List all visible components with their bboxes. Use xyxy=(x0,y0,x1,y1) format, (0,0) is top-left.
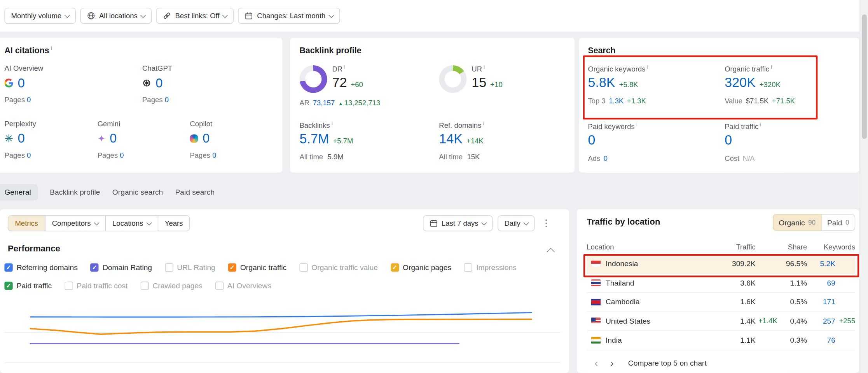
ai-metric-label: Copilot xyxy=(190,120,300,128)
organic-traffic-label: Organic traffic xyxy=(725,65,769,73)
checkbox-box: ✓ xyxy=(391,263,399,271)
keywords-link[interactable]: 76 xyxy=(827,336,835,344)
ref-domains-change: +14K xyxy=(466,137,484,145)
paid-traffic-value[interactable]: 0 xyxy=(725,132,732,148)
checkbox-domain-rating[interactable]: ✓Domain Rating xyxy=(91,262,152,272)
checkbox-crawled-pages[interactable]: ✓Crawled pages xyxy=(140,281,203,291)
traffic-value: 3.6K xyxy=(740,279,756,287)
flag-united-states-icon xyxy=(591,318,601,324)
changes-filter[interactable]: Changes: Last month xyxy=(238,8,340,24)
checkbox-organic-traffic-value[interactable]: ✓Organic traffic value xyxy=(299,262,378,272)
paid-toggle-button[interactable]: Paid0 xyxy=(821,214,855,231)
ref-domains-label: Ref. domains xyxy=(439,121,481,129)
chatgpt-icon xyxy=(142,78,151,87)
checkbox-organic-pages[interactable]: ✓Organic pages xyxy=(391,262,451,272)
flag-thailand-icon xyxy=(591,280,601,286)
chevron-down-icon xyxy=(94,220,99,225)
ur-value: 15 xyxy=(472,75,486,91)
table-row-india[interactable]: India 1.1K 0.3% 76 xyxy=(587,331,856,350)
pages-count-link[interactable]: 0 xyxy=(165,96,169,104)
organic-count-badge: 90 xyxy=(808,219,816,227)
years-button[interactable]: Years xyxy=(157,215,190,231)
tab-general[interactable]: General xyxy=(0,184,38,200)
backlink-profile-title: Backlink profile xyxy=(299,45,361,55)
prev-page-icon[interactable]: ‹ xyxy=(591,358,601,368)
dr-donut xyxy=(299,65,327,93)
date-range-button[interactable]: Last 7 days xyxy=(423,215,493,231)
ads-count-link[interactable]: 0 xyxy=(604,155,608,163)
locations-button[interactable]: Locations xyxy=(105,215,158,231)
ai-metric-value[interactable]: 0 xyxy=(18,75,25,90)
next-page-icon[interactable]: › xyxy=(607,358,617,368)
best-links-label: Best links: Off xyxy=(175,12,220,20)
pages-label: Pages xyxy=(4,96,25,104)
metric-checkboxes: ✓Referring domains ✓Domain Rating ✓URL R… xyxy=(4,262,560,291)
tab-paid-search[interactable]: Paid search xyxy=(175,188,215,196)
paid-keywords-value[interactable]: 0 xyxy=(588,132,595,148)
checkbox-paid-traffic-cost[interactable]: ✓Paid traffic cost xyxy=(65,281,127,291)
competitors-button[interactable]: Competitors xyxy=(45,215,106,231)
ai-metric-value[interactable]: 0 xyxy=(18,131,25,146)
chevron-down-icon xyxy=(524,220,529,225)
up-triangle-icon: ▲ xyxy=(338,101,343,106)
checkbox-url-rating[interactable]: ✓URL Rating xyxy=(165,262,215,272)
table-row-cambodia[interactable]: Cambodia 1.6K 0.5% 171 xyxy=(587,293,856,312)
table-row-indonesia[interactable]: Indonesia 309.2K 96.5% 5.2K xyxy=(587,254,856,274)
ur-label: UR xyxy=(472,65,482,73)
granularity-button[interactable]: Daily xyxy=(498,215,534,231)
backlinks-value[interactable]: 5.7M xyxy=(299,131,329,147)
organic-toggle-button[interactable]: Organic90 xyxy=(773,214,822,231)
ai-metric-value[interactable]: 0 xyxy=(155,75,162,90)
checkbox-paid-traffic[interactable]: ✓Paid traffic xyxy=(4,281,52,291)
organic-traffic-value[interactable]: 320K xyxy=(725,75,756,91)
pages-count-link[interactable]: 0 xyxy=(212,151,216,159)
keywords-link[interactable]: 257 xyxy=(823,317,835,325)
checkbox-organic-traffic[interactable]: ✓Organic traffic xyxy=(228,262,287,272)
organic-keywords-value[interactable]: 5.8K xyxy=(588,75,615,91)
table-row-thailand[interactable]: Thailand 3.6K 1.1% 69 xyxy=(587,274,856,293)
chart-line-referring-domains xyxy=(30,313,531,317)
ref-domains-value[interactable]: 14K xyxy=(439,131,463,147)
best-links-filter[interactable]: Best links: Off xyxy=(156,8,234,24)
pages-count-link[interactable]: 0 xyxy=(27,151,31,159)
keywords-link[interactable]: 5.2K xyxy=(820,260,835,268)
ai-metric-chatgpt: ChatGPT 0 Pages 0 xyxy=(142,64,253,104)
info-icon: i xyxy=(771,64,772,70)
pages-count-link[interactable]: 0 xyxy=(27,96,31,104)
kebab-menu-icon[interactable]: ⋮ xyxy=(540,218,552,229)
checkbox-label: Paid traffic xyxy=(17,281,52,289)
flag-india-icon xyxy=(591,337,601,343)
monthly-volume-filter[interactable]: Monthly volume xyxy=(4,8,76,24)
share-value: 1.1% xyxy=(756,279,807,287)
scrollbar[interactable] xyxy=(860,0,868,373)
metrics-button[interactable]: Metrics xyxy=(8,215,45,231)
ai-metric-value[interactable]: 0 xyxy=(110,131,117,146)
checkbox-label: Domain Rating xyxy=(103,263,152,271)
traffic-by-location-title: Traffic by location xyxy=(587,217,660,227)
country-name: Thailand xyxy=(606,279,634,287)
pages-count-link[interactable]: 0 xyxy=(120,151,124,159)
keywords-link[interactable]: 69 xyxy=(827,279,835,287)
table-row-united-states[interactable]: United States 1.4K+1.4K 0.4% 257+255 xyxy=(587,312,856,331)
checkbox-referring-domains[interactable]: ✓Referring domains xyxy=(4,262,77,272)
checkbox-ai-overviews[interactable]: ✓AI Overviews xyxy=(215,281,271,291)
ar-value-link[interactable]: 73,157 xyxy=(313,98,335,106)
info-icon: i xyxy=(332,120,333,126)
collapse-icon[interactable] xyxy=(547,248,555,256)
top3-value-link[interactable]: 1.3K xyxy=(609,97,623,105)
scrollbar-thumb[interactable] xyxy=(862,14,867,139)
column-keywords: Keywords xyxy=(807,242,855,251)
dr-label: DR xyxy=(332,65,342,73)
tab-organic-search[interactable]: Organic search xyxy=(112,188,163,196)
locations-filter[interactable]: All locations xyxy=(80,8,152,24)
ai-metric-ai-overview: AI Overview 0 Pages 0 xyxy=(4,64,115,104)
compare-top5-link[interactable]: Compare top 5 on chart xyxy=(628,359,707,367)
checkbox-impressions[interactable]: ✓Impressions xyxy=(464,262,517,272)
pages-label: Pages xyxy=(190,151,210,159)
checkbox-label: Crawled pages xyxy=(152,281,202,289)
tab-backlink-profile[interactable]: Backlink profile xyxy=(50,188,100,196)
country-name: United States xyxy=(606,317,650,325)
ai-metric-value[interactable]: 0 xyxy=(203,131,210,146)
keywords-link[interactable]: 171 xyxy=(823,298,835,306)
check-icon: ✓ xyxy=(92,264,97,270)
